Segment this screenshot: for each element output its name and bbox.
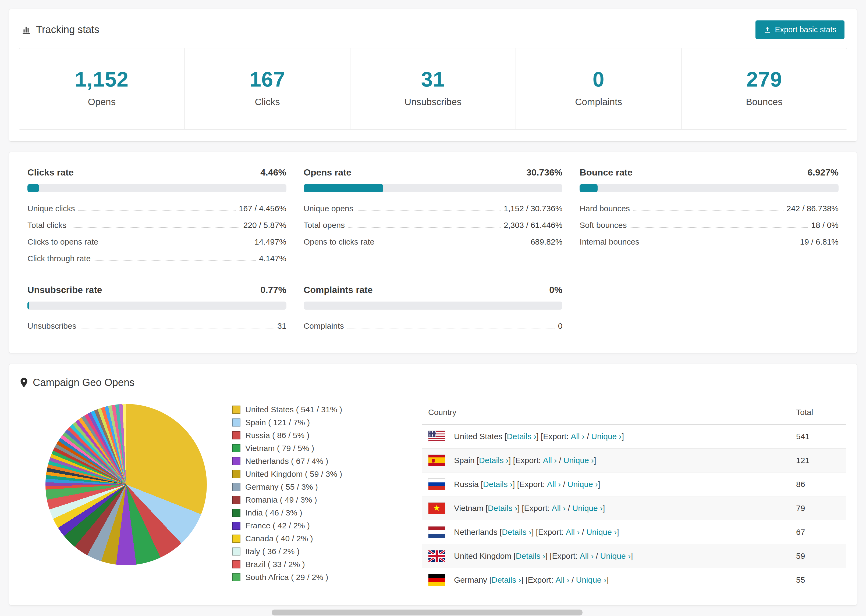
germany-flag-icon bbox=[428, 574, 446, 586]
bar-chart-icon bbox=[22, 25, 31, 35]
export-basic-stats-button[interactable]: Export basic stats bbox=[756, 20, 844, 39]
export-label: [Export: bbox=[513, 456, 540, 465]
stat-value: 167 bbox=[185, 67, 350, 92]
table-row: Netherlands [Details ›] [Export: All › /… bbox=[422, 520, 846, 544]
dotted-leader bbox=[347, 328, 555, 328]
details-link[interactable]: Details › bbox=[488, 504, 518, 512]
metric-value: 220 / 5.87% bbox=[243, 221, 287, 230]
legend-swatch bbox=[232, 496, 241, 504]
country-name: Netherlands bbox=[454, 528, 498, 537]
export-all-link[interactable]: All › bbox=[566, 528, 580, 537]
metric-value: 18 / 0% bbox=[811, 221, 839, 230]
metric-label: Internal bounces bbox=[579, 237, 639, 247]
stat-complaints: 0 Complaints bbox=[516, 49, 682, 129]
metric-label: Total clicks bbox=[27, 221, 66, 230]
table-row: United Kingdom [Details ›] [Export: All … bbox=[422, 544, 846, 568]
export-unique-link[interactable]: Unique › bbox=[567, 480, 598, 489]
legend-swatch bbox=[232, 418, 241, 426]
rate-value: 30.736% bbox=[526, 167, 562, 178]
dotted-leader bbox=[357, 211, 501, 211]
rate-title: Bounce rate bbox=[579, 167, 633, 178]
export-all-link[interactable]: All › bbox=[543, 456, 557, 465]
bounce-rate-progress-bar bbox=[579, 184, 839, 192]
metric-label: Unique opens bbox=[304, 204, 353, 213]
export-unique-link[interactable]: Unique › bbox=[572, 504, 603, 512]
legend-swatch bbox=[232, 522, 241, 530]
stat-opens: 1,152 Opens bbox=[19, 49, 185, 129]
separator: / bbox=[563, 480, 565, 489]
export-label: [Export: bbox=[522, 504, 550, 513]
geo-section-title: Campaign Geo Opens bbox=[33, 377, 134, 388]
country-total: 67 bbox=[790, 520, 846, 544]
metric-row: Click through rate4.147% bbox=[27, 250, 287, 267]
metric-value: 242 / 86.738% bbox=[787, 204, 839, 213]
table-row: Russia [Details ›] [Export: All › / Uniq… bbox=[422, 473, 846, 497]
legend-item: South Africa ( 29 / 2% ) bbox=[232, 573, 410, 582]
geo-pie-chart[interactable] bbox=[46, 404, 207, 565]
rate-value: 6.927% bbox=[808, 167, 839, 178]
vietnam-flag-icon bbox=[428, 502, 446, 514]
legend-swatch bbox=[232, 547, 241, 556]
details-link[interactable]: Details › bbox=[516, 552, 545, 560]
export-unique-link[interactable]: Unique › bbox=[586, 528, 617, 536]
legend-item: Brazil ( 33 / 2% ) bbox=[232, 560, 410, 569]
metric-row: Total clicks220 / 5.87% bbox=[27, 217, 287, 234]
bracket: ] bbox=[521, 575, 523, 584]
metric-value: 31 bbox=[277, 321, 286, 331]
export-unique-link[interactable]: Unique › bbox=[576, 575, 606, 584]
metric-value: 0 bbox=[558, 321, 563, 331]
legend-item: Spain ( 121 / 7% ) bbox=[232, 418, 410, 427]
dotted-leader bbox=[642, 244, 797, 244]
export-all-link[interactable]: All › bbox=[580, 552, 594, 561]
metric-label: Soft bounces bbox=[579, 221, 627, 230]
complaints-rate-panel: Complaints rate 0% Complaints0 bbox=[304, 284, 563, 334]
geo-legend: United States ( 541 / 31% ) Spain ( 121 … bbox=[232, 400, 410, 586]
bracket: ] bbox=[536, 432, 538, 441]
details-link[interactable]: Details › bbox=[507, 432, 536, 441]
details-link[interactable]: Details › bbox=[491, 575, 521, 584]
page-title: Tracking stats bbox=[36, 24, 99, 36]
bracket: ] bbox=[598, 480, 600, 489]
dotted-leader bbox=[101, 244, 251, 244]
export-all-link[interactable]: All › bbox=[552, 504, 566, 513]
export-unique-link[interactable]: Unique › bbox=[564, 456, 594, 465]
legend-label: Netherlands ( 67 / 4% ) bbox=[245, 457, 328, 466]
export-all-link[interactable]: All › bbox=[555, 575, 569, 585]
legend-label: France ( 42 / 2% ) bbox=[245, 521, 310, 530]
bracket: ] bbox=[513, 480, 515, 489]
metric-label: Hard bounces bbox=[579, 204, 630, 213]
legend-swatch bbox=[232, 405, 241, 413]
stat-value: 0 bbox=[516, 67, 681, 92]
legend-item: Italy ( 36 / 2% ) bbox=[232, 547, 410, 556]
details-link[interactable]: Details › bbox=[479, 456, 509, 465]
separator: / bbox=[596, 552, 598, 561]
bracket: [ bbox=[513, 552, 516, 560]
bracket: [ bbox=[477, 456, 479, 465]
metric-label: Unsubscribes bbox=[27, 321, 76, 331]
legend-swatch bbox=[232, 470, 241, 478]
metric-value: 689.82% bbox=[531, 237, 562, 247]
bracket: ] bbox=[603, 504, 605, 512]
legend-item: Vietnam ( 79 / 5% ) bbox=[232, 444, 410, 453]
export-all-link[interactable]: All › bbox=[547, 480, 561, 489]
legend-item: France ( 42 / 2% ) bbox=[232, 521, 410, 530]
metric-row: Soft bounces18 / 0% bbox=[579, 217, 839, 234]
rate-value: 4.46% bbox=[260, 167, 286, 178]
export-unique-link[interactable]: Unique › bbox=[591, 432, 622, 441]
horizontal-scrollbar[interactable] bbox=[272, 610, 583, 616]
dotted-leader bbox=[78, 211, 236, 211]
metric-label: Unique clicks bbox=[27, 204, 75, 213]
metric-row: Hard bounces242 / 86.738% bbox=[579, 200, 839, 217]
country-total: 121 bbox=[790, 449, 846, 473]
dotted-leader bbox=[348, 227, 501, 228]
separator: / bbox=[587, 432, 589, 441]
legend-item: United Kingdom ( 59 / 3% ) bbox=[232, 470, 410, 479]
export-all-link[interactable]: All › bbox=[571, 432, 585, 441]
metric-label: Clicks to opens rate bbox=[27, 237, 98, 247]
details-link[interactable]: Details › bbox=[483, 480, 513, 489]
export-unique-link[interactable]: Unique › bbox=[600, 552, 631, 560]
details-link[interactable]: Details › bbox=[502, 528, 531, 536]
export-label: [Export: bbox=[536, 528, 564, 537]
bracket: ] bbox=[617, 528, 619, 536]
clicks-rate-panel: Clicks rate 4.46% Unique clicks167 / 4.4… bbox=[27, 167, 287, 267]
